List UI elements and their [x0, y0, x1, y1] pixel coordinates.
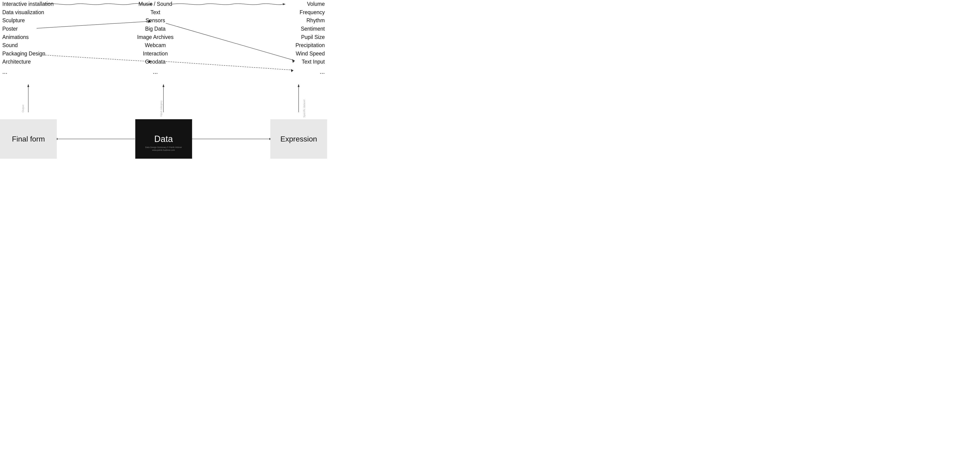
svg-marker-15	[298, 84, 299, 87]
list-item: Big Data	[145, 25, 165, 33]
list-item-dots: ...	[153, 67, 158, 76]
list-item: Wind Speed	[296, 49, 325, 58]
list-item: Sentiment	[301, 25, 325, 33]
list-item-dots: ...	[320, 67, 325, 76]
list-item: Sensors	[146, 16, 165, 25]
data-box: Data Data Design Dictionary © Patrik Hüb…	[135, 119, 192, 159]
list-item: Volume	[307, 0, 325, 8]
list-item: Pupil Size	[301, 33, 325, 41]
list-item: Text	[151, 8, 160, 17]
svg-line-8	[166, 62, 293, 70]
output-label: Output	[22, 105, 24, 112]
expression-label: Expression	[280, 135, 317, 143]
list-item: Frequency	[299, 8, 325, 17]
list-item: Image Archives	[137, 33, 173, 41]
diagram-container: Interactive installation Data visualizat…	[0, 0, 327, 159]
list-item: Music / Sound	[138, 0, 172, 8]
specific-dataset-label: Specific dataset	[303, 100, 305, 118]
list-item: Sculpture	[2, 16, 25, 25]
input-category-label: Input category	[160, 100, 162, 117]
list-item: Sound	[2, 41, 18, 49]
middle-column: Music / Sound Text Sensors Big Data Imag…	[130, 0, 181, 76]
expression-box: Expression	[270, 119, 327, 159]
list-item: Architecture	[2, 58, 31, 66]
list-item: Text Input	[302, 58, 325, 66]
list-item: Packaging Design	[2, 49, 45, 58]
list-item: Data visualization	[2, 8, 44, 17]
svg-marker-11	[27, 84, 29, 87]
data-label: Data	[154, 134, 173, 144]
right-column: Volume Frequency Rhythm Sentiment Pupil …	[281, 0, 327, 76]
list-item: Interaction	[143, 49, 168, 58]
final-form-box: Final form	[0, 119, 57, 159]
list-item: Precipitation	[295, 41, 325, 49]
list-item: Poster	[2, 25, 18, 33]
list-item: Animations	[2, 33, 29, 41]
svg-marker-13	[162, 84, 164, 87]
final-form-label: Final form	[12, 135, 45, 143]
list-item: Rhythm	[307, 16, 325, 25]
list-item: Geodata	[145, 58, 165, 66]
copyright-text: Data Design Dictionary © Patrik Hübner w…	[145, 146, 182, 152]
list-item: Interactive installation	[2, 0, 54, 8]
list-item: Webcam	[145, 41, 166, 49]
left-column: Interactive installation Data visualizat…	[0, 0, 46, 76]
svg-line-6	[166, 23, 294, 60]
list-item-dots: ...	[2, 67, 8, 76]
